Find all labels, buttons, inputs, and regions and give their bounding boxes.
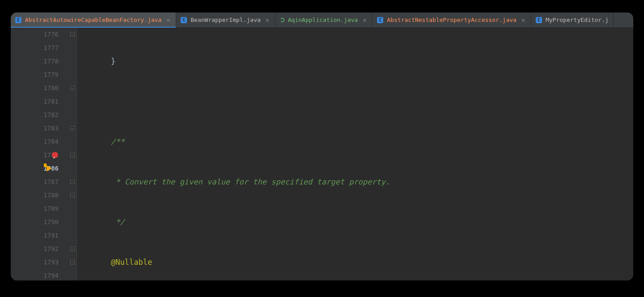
ide-window: C AbstractAutowireCapableBeanFactory.jav… [11,13,633,280]
gutter-line[interactable]: 1785− [11,148,76,162]
tab-abstractnestablepropertyaccessor[interactable]: C AbstractNestablePropertyAccessor.java … [373,13,531,27]
tab-mypropertyeditor[interactable]: C MyPropertyEditor.j [531,13,614,27]
gutter-line[interactable]: 1794 [11,269,76,280]
fold-icon[interactable]: − [70,193,75,197]
fold-icon[interactable]: − [70,247,75,251]
refresh-icon [280,18,284,22]
fold-icon[interactable]: − [70,180,75,184]
tab-label: MyPropertyEditor.j [546,17,609,23]
breakpoint-icon[interactable] [52,152,58,158]
fold-icon[interactable]: − [70,86,75,90]
close-icon[interactable]: × [264,17,271,24]
gutter-line[interactable]: 1791 [11,229,76,242]
gutter-line[interactable]: 1789 [11,202,76,215]
gutter-line[interactable]: 1783− [11,121,76,135]
gutter-line[interactable]: 1777 [11,41,76,54]
close-icon[interactable]: × [520,17,526,24]
gutter-line[interactable]: 1781 [11,95,76,108]
tab-label: BeanWrapperImpl.java [191,17,261,23]
fold-icon[interactable]: − [70,126,75,130]
gutter-line[interactable]: 1780− [11,81,76,95]
code-line: * Convert the given value for the specif… [89,175,633,188]
gutter-line[interactable]: 1784 [11,135,76,148]
gutter-line[interactable]: 1790 [11,215,76,229]
tab-aqinapplication[interactable]: AqinApplication.java × [275,13,373,27]
gutter-line[interactable]: 1782 [11,108,76,121]
code-editor[interactable]: 1776−1777177817791780−178117821783−17841… [11,28,633,280]
code-area[interactable]: } /** * Convert the given value for the … [77,28,633,280]
gutter-line[interactable]: 1788− [11,188,76,202]
tab-label: AbstractAutowireCapableBeanFactory.java [25,17,161,23]
fold-icon[interactable]: − [70,153,75,157]
tab-beanwrapperimpl[interactable]: C BeanWrapperImpl.java × [176,13,275,27]
tab-label: AqinApplication.java [288,17,358,23]
execution-pointer-icon [47,165,52,172]
close-icon[interactable]: × [361,17,368,24]
gutter-line[interactable]: 1786 [11,162,76,175]
gutter-line[interactable]: 1776− [11,28,76,41]
class-icon: C [536,17,542,23]
gutter-line[interactable]: 1792− [11,242,76,255]
tab-label: AbstractNestablePropertyAccessor.java [387,17,517,23]
gutter[interactable]: 1776−1777177817791780−178117821783−17841… [11,28,77,280]
editor-tabs: C AbstractAutowireCapableBeanFactory.jav… [11,13,633,28]
code-line [89,95,633,108]
close-icon[interactable]: × [165,17,171,24]
gutter-line[interactable]: 1787− [11,175,76,188]
tab-abstractautowirecapablebeanfactory[interactable]: C AbstractAutowireCapableBeanFactory.jav… [11,13,176,27]
code-line: */ [89,215,633,229]
class-icon: C [15,17,21,23]
gutter-line[interactable]: 1778 [11,54,76,68]
class-icon: C [377,17,383,23]
fold-icon[interactable]: − [70,32,75,37]
code-line: @Nullable [89,255,633,269]
gutter-line[interactable]: 1779 [11,68,76,81]
gutter-line[interactable]: 1793− [11,255,76,269]
code-line: /** [89,135,633,148]
fold-icon[interactable]: − [70,260,75,264]
code-line: } [89,54,633,68]
class-icon: C [181,17,187,23]
